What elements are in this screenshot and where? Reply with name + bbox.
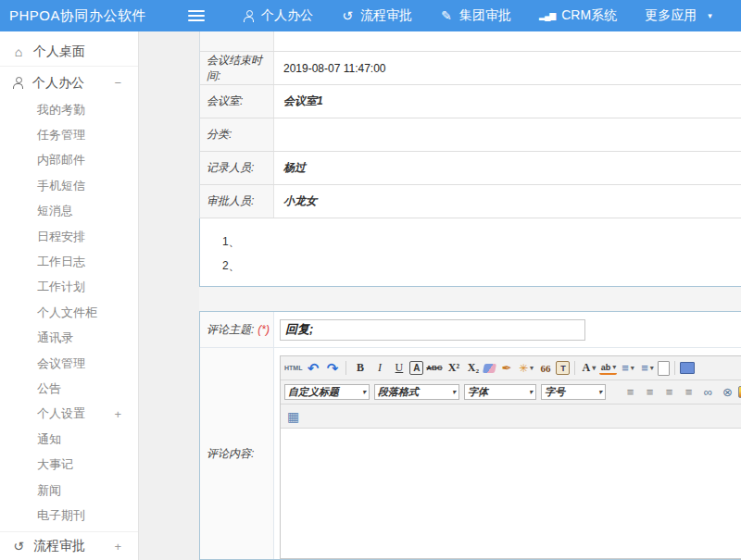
insert-table-icon[interactable]: ▦ bbox=[284, 408, 302, 425]
field-value: 会议室1 bbox=[274, 85, 741, 118]
font-style-box-icon[interactable]: A bbox=[409, 361, 423, 375]
font-family-select[interactable]: 字体▾ bbox=[464, 384, 536, 400]
expand-icon[interactable]: + bbox=[114, 407, 121, 421]
justify-icon[interactable]: ≡ bbox=[680, 384, 697, 401]
new-page-icon[interactable] bbox=[658, 361, 670, 376]
table-row bbox=[200, 31, 741, 52]
table-row: 分类: bbox=[200, 118, 741, 152]
ordered-list-icon[interactable]: ≡▾ bbox=[619, 360, 636, 377]
section-gap bbox=[199, 287, 741, 311]
edit-icon: ✎ bbox=[440, 8, 453, 23]
paragraph-format-select-caret: ▾ bbox=[452, 388, 456, 396]
font-size-select-caret: ▾ bbox=[598, 388, 602, 396]
sidebar-item-process-approval[interactable]: ↺流程审批+ bbox=[0, 531, 138, 560]
sidebar-item-short-message[interactable]: 短消息 bbox=[0, 199, 138, 224]
editor-toolbar-row3: ▦ bbox=[281, 404, 741, 429]
highlight-color-icon-caret: ▾ bbox=[612, 363, 616, 371]
comment-subject-input[interactable] bbox=[280, 319, 585, 341]
home-icon: ⌂ bbox=[12, 44, 25, 59]
top-navbar: PHPOA协同办公软件 个人办公↺流程审批✎集团审批▂▄▆CRM系统更多应用▾ bbox=[0, 0, 741, 31]
unlink-icon[interactable]: ⊗ bbox=[719, 384, 736, 401]
paragraph-format-select-label: 段落格式 bbox=[378, 385, 419, 399]
table-row: 审批人员:小龙女 bbox=[200, 185, 741, 218]
strikethrough-button[interactable]: ABC bbox=[425, 360, 443, 377]
italic-button[interactable]: I bbox=[370, 360, 388, 377]
sidebar-item-label: 新闻 bbox=[37, 482, 61, 499]
nav-item-group-approval[interactable]: ✎集团审批 bbox=[440, 7, 511, 24]
collapse-icon[interactable]: − bbox=[114, 76, 121, 90]
paragraph-format-select[interactable]: 段落格式▾ bbox=[374, 384, 459, 400]
hamburger-menu-icon[interactable] bbox=[188, 10, 205, 21]
html-source-button[interactable]: HTML bbox=[284, 360, 302, 377]
editor-content-area[interactable] bbox=[281, 429, 741, 558]
expand-icon[interactable]: + bbox=[114, 540, 121, 554]
field-value: 杨过 bbox=[274, 152, 741, 184]
unordered-list-icon[interactable]: ≡▾ bbox=[638, 360, 656, 377]
sidebar-item-label: 个人桌面 bbox=[33, 44, 85, 60]
nav-item-process-approval[interactable]: ↺流程审批 bbox=[341, 7, 412, 24]
sidebar-item-work-plan[interactable]: 工作计划 bbox=[0, 275, 138, 300]
sidebar-item-label: 个人设置 bbox=[37, 405, 85, 422]
align-left-icon[interactable]: ≡ bbox=[622, 384, 639, 401]
comment-content-label-cell: 评论内容: bbox=[200, 348, 274, 559]
sidebar-item-label: 短消息 bbox=[37, 203, 73, 219]
sidebar-item-personal-settings[interactable]: 个人设置+ bbox=[0, 402, 138, 427]
superscript-button[interactable]: X² bbox=[445, 360, 462, 377]
subscript-button[interactable]: X₂ bbox=[464, 360, 482, 377]
align-right-icon[interactable]: ≡ bbox=[660, 384, 678, 401]
sidebar-item-meeting-management[interactable]: 会议管理 bbox=[0, 351, 138, 376]
sidebar-item-news[interactable]: 新闻 bbox=[0, 478, 138, 503]
paste-as-text-icon[interactable]: T bbox=[556, 361, 570, 375]
sidebar-item-label: 手机短信 bbox=[37, 178, 85, 194]
magic-wand-icon[interactable]: ✳▾ bbox=[517, 360, 534, 377]
rich-text-editor: HTML↶↷BIUAABCX²X₂✒✳▾66TA▾ab▾≡▾≡▾ 自定义标题▾段… bbox=[280, 355, 741, 559]
sidebar-item-label: 会议管理 bbox=[37, 355, 85, 372]
bold-button[interactable]: B bbox=[351, 360, 369, 377]
blockquote-icon[interactable]: 66 bbox=[536, 360, 554, 377]
editor-toolbar-row1: HTML↶↷BIUAABCX²X₂✒✳▾66TA▾ab▾≡▾≡▾ bbox=[281, 356, 741, 380]
highlight-color-icon[interactable]: ab▾ bbox=[599, 362, 617, 375]
nav-item-more-apps[interactable]: 更多应用▾ bbox=[645, 7, 712, 24]
sidebar-item-contacts[interactable]: 通讯录 bbox=[0, 326, 138, 351]
custom-heading-select[interactable]: 自定义标题▾ bbox=[284, 384, 370, 400]
sidebar-item-personal-file-cabinet[interactable]: 个人文件柜 bbox=[0, 300, 138, 325]
redo-icon[interactable]: ↷ bbox=[323, 360, 341, 377]
align-center-icon[interactable]: ≡ bbox=[641, 384, 659, 401]
sidebar-item-label: 公告 bbox=[37, 380, 61, 397]
nav-item-personal-office[interactable]: 个人办公 bbox=[243, 7, 313, 24]
link-icon[interactable]: ∞ bbox=[699, 384, 717, 401]
sidebar-item-my-attendance[interactable]: 我的考勤 bbox=[0, 97, 138, 122]
toolbar-separator bbox=[345, 361, 346, 375]
sidebar-item-e-journal[interactable]: 电子期刊 bbox=[0, 503, 138, 528]
font-size-select[interactable]: 字号▾ bbox=[541, 384, 606, 400]
sidebar-item-task-management[interactable]: 任务管理 bbox=[0, 122, 138, 147]
sidebar-item-personal-desktop[interactable]: ⌂个人桌面 bbox=[0, 37, 138, 67]
underline-button[interactable]: U bbox=[390, 360, 408, 377]
sidebar-item-schedule[interactable]: 日程安排 bbox=[0, 224, 138, 249]
font-color-icon[interactable]: A▾ bbox=[580, 360, 597, 377]
sidebar-item-mobile-sms[interactable]: 手机短信 bbox=[0, 173, 138, 198]
editor-toolbar-row2: 自定义标题▾段落格式▾字体▾字号▾≡≡≡≡∞⊗ bbox=[281, 380, 741, 404]
eraser-icon[interactable] bbox=[483, 364, 496, 373]
main-content: 会议结束时间:2019-08-07 11:47:00会议室:会议室1分类:记录人… bbox=[199, 31, 741, 560]
sidebar-item-announcement[interactable]: 公告 bbox=[0, 376, 138, 401]
required-mark: (*) bbox=[257, 323, 270, 336]
app-brand: PHPOA协同办公软件 bbox=[9, 7, 162, 25]
nav-item-label: 集团审批 bbox=[459, 7, 511, 24]
format-brush-icon[interactable]: ✒ bbox=[497, 360, 515, 377]
sidebar-item-internal-mail[interactable]: 内部邮件 bbox=[0, 148, 138, 173]
sidebar-item-notification[interactable]: 通知 bbox=[0, 427, 138, 452]
nav-item-label: 更多应用 bbox=[645, 7, 697, 24]
fullscreen-monitor-icon[interactable] bbox=[680, 362, 695, 374]
sidebar-item-personal-office[interactable]: 个人办公− bbox=[0, 68, 138, 97]
font-color-icon-caret: ▾ bbox=[592, 364, 596, 372]
toolbar-separator bbox=[674, 361, 675, 375]
sidebar-item-work-log[interactable]: 工作日志 bbox=[0, 249, 138, 274]
undo-icon[interactable]: ↶ bbox=[304, 360, 321, 377]
comment-subject-label-cell: 评论主题: (*) bbox=[200, 312, 274, 347]
sidebar-item-label: 任务管理 bbox=[37, 127, 85, 143]
nav-item-crm-system[interactable]: ▂▄▆CRM系统 bbox=[539, 7, 617, 24]
field-label: 记录人员: bbox=[200, 152, 274, 184]
field-label: 会议室: bbox=[200, 85, 274, 118]
sidebar-item-memorabilia[interactable]: 大事记 bbox=[0, 452, 138, 477]
